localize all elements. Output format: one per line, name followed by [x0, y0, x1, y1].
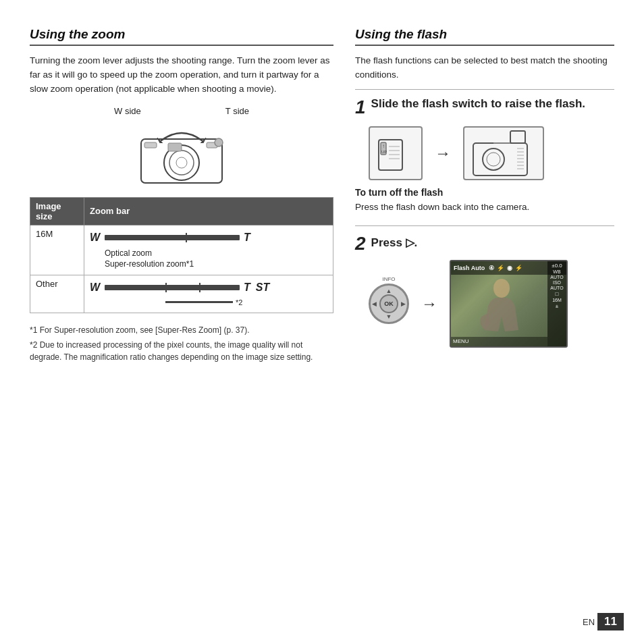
flash-intro: The flash functions can be selected to b… [355, 54, 614, 82]
zoom-table: Image size Zoom bar 16M W [30, 197, 333, 313]
en-label: EN [583, 617, 595, 627]
footnote2: *2 Due to increased processing of the pi… [30, 339, 333, 363]
step1-arrow: → [435, 144, 451, 163]
ok-label: OK [384, 300, 394, 307]
up-arrow-icon: ▲ [386, 288, 392, 294]
row1-zoom-bar: W T Optical zoom Super-resolution zoom*1 [84, 225, 333, 275]
svg-point-7 [215, 138, 223, 146]
camera-lcd: Flash Auto ④ ⚡ ◉ ⚡ ±0. [450, 260, 568, 348]
lcd-icon1: ④ [489, 265, 494, 271]
lcd-ev-value: ±0.0 [552, 263, 562, 269]
flash-raised-svg [466, 130, 541, 177]
turn-off-section: To turn off the flash Press the flash do… [355, 187, 614, 215]
left-column: Using the zoom Turning the zoom lever ad… [30, 27, 333, 624]
flash-switch-diagram: ↑ UP [369, 126, 423, 180]
footnotes: *1 For Super-resolution zoom, see [Super… [30, 324, 333, 363]
svg-point-3 [176, 157, 187, 168]
svg-point-19 [483, 149, 504, 170]
lcd-wb-auto: AUTO [550, 275, 563, 279]
w-side-label: W side [114, 106, 141, 116]
table-row-16m: 16M W T [30, 225, 333, 275]
lcd-person-svg [464, 276, 539, 337]
row1-super-label: Super-resolution zoom*1 [105, 259, 327, 269]
lcd-flash-auto-label: Flash Auto [454, 265, 485, 271]
step1-number: 1 [355, 98, 366, 117]
lcd-iso-label: ISO [553, 280, 561, 285]
lcd-frame-icon: □ [556, 291, 559, 297]
lcd-background: Flash Auto ④ ⚡ ◉ ⚡ ±0. [451, 261, 566, 346]
zoom-lever-svg [121, 119, 242, 186]
svg-text:UP: UP [381, 150, 387, 154]
step1-text: Slide the flash switch to raise the flas… [371, 97, 585, 111]
zoom-section-title: Using the zoom [30, 27, 333, 46]
svg-rect-17 [510, 131, 525, 143]
ok-button-ring: ▲ ▶ ▼ ◀ OK INFO [369, 284, 409, 324]
table-row-other: Other W [30, 275, 333, 313]
svg-point-28 [493, 279, 510, 298]
svg-text:↑: ↑ [382, 143, 385, 149]
step2-diagram: ▲ ▶ ▼ ◀ OK INFO → Flash Auto ④ [369, 260, 614, 348]
page-number-area: EN 11 [583, 613, 624, 630]
lcd-icon2: ⚡ [497, 265, 504, 271]
step2-text: Press ▷. [371, 236, 418, 250]
zoom-body-text: Turning the zoom lever adjusts the shoot… [30, 54, 333, 97]
lcd-iso-auto: AUTO [550, 286, 563, 290]
lcd-right-bar: ±0.0 WB AUTO ISO AUTO □ 16M ± [547, 261, 566, 346]
row2-zoom-bar: W T ST [84, 275, 333, 313]
flash-switch-svg: ↑ UP [375, 133, 416, 173]
left-arrow-icon: ◀ [372, 300, 377, 307]
row2-footnote: *2 [236, 298, 242, 306]
page-number: 11 [597, 613, 624, 630]
svg-rect-6 [168, 143, 182, 151]
down-arrow-icon: ▼ [386, 313, 392, 320]
row1-optical-label: Optical zoom [105, 248, 327, 258]
info-label: INFO [382, 276, 395, 282]
lcd-bottom-bar: MENU [451, 337, 547, 346]
zoom-diagram: W side T side [30, 106, 333, 186]
table-col1-header: Image size [30, 197, 84, 225]
t-side-label: T side [225, 106, 249, 116]
row1-label: 16M [30, 225, 84, 275]
footnote1: *1 For Super-resolution zoom, see [Super… [30, 324, 333, 336]
turn-off-title: To turn off the flash [355, 187, 614, 198]
table-col2-header: Zoom bar [84, 197, 333, 225]
step2-number: 2 [355, 234, 366, 253]
step1-header: 1 Slide the flash switch to raise the fl… [355, 89, 614, 117]
step2-header: 2 Press ▷. [355, 225, 614, 253]
row2-label: Other [30, 275, 84, 313]
svg-point-2 [169, 151, 194, 175]
step2-arrow: → [421, 294, 437, 313]
lcd-menu-label: MENU [453, 338, 469, 344]
right-arrow-icon: ▶ [401, 300, 406, 307]
svg-rect-4 [144, 142, 157, 148]
flash-raised-diagram [463, 126, 544, 180]
lcd-size-label: 16M [552, 298, 562, 302]
turn-off-text: Press the flash down back into the camer… [355, 200, 614, 215]
lcd-icon4: ⚡ [515, 265, 522, 271]
lcd-wb-label: WB [553, 269, 560, 274]
flash-section-title: Using the flash [355, 27, 614, 46]
lcd-quality-icon: ± [556, 303, 558, 309]
lcd-icon3: ◉ [507, 265, 512, 271]
svg-point-20 [487, 153, 500, 166]
step1-diagram: ↑ UP → [369, 126, 614, 180]
right-column: Using the flash The flash functions can … [355, 27, 614, 624]
ok-inner-button: OK [379, 294, 398, 313]
